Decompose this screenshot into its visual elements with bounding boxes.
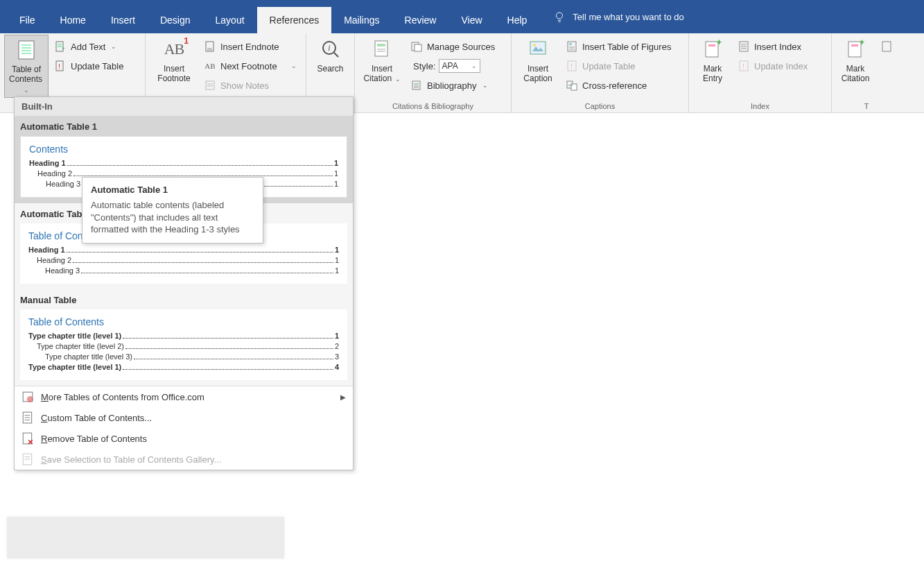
bibliography-label: Bibliography [427,80,477,91]
svg-text:!: ! [58,62,60,71]
tab-home[interactable]: Home [48,7,98,33]
update-table-button[interactable]: ! Update Table [50,57,128,75]
bibliography-button[interactable]: Bibliography ⌄ [406,76,499,94]
style-value: APA [442,61,458,71]
svg-rect-26 [415,44,421,51]
insert-table-of-figures-button[interactable]: Insert Table of Figures [561,37,675,55]
show-notes-button[interactable]: Show Notes [200,76,301,94]
insert-citation-label-2: Citation [363,74,392,83]
gallery-item-manual-table[interactable]: Manual Table Table of Contents Type chap… [15,289,353,386]
mark-entry-button[interactable]: + MarkEntry [693,35,732,87]
svg-rect-32 [530,42,546,54]
mark-citation-label-2: Citation [842,74,870,83]
preview-manual: Table of Contents Type chapter title (le… [20,309,347,380]
mark-citation-label-1: Mark [846,64,865,74]
insert-endnote-button[interactable]: Insert Endnote [200,37,301,55]
svg-rect-21 [375,41,387,56]
remove-table-of-contents[interactable]: Remove Table of Contents [15,428,353,449]
next-footnote-label: Next Footnote [220,61,277,71]
mark-citation-button[interactable]: + MarkCitation [836,35,875,87]
group-label-index: Index [693,101,827,112]
next-footnote-icon: AB [204,60,216,72]
tab-insert[interactable]: Insert [98,7,148,33]
insert-tof-label: Insert Table of Figures [582,42,671,52]
svg-text:!: ! [570,63,573,71]
tab-layout[interactable]: Layout [203,7,257,33]
insert-caption-label-1: Insert [528,64,548,74]
svg-rect-52 [851,44,858,46]
save-gallery-icon [21,453,34,465]
search-label: Search [317,64,343,74]
insert-endnote-label: Insert Endnote [220,42,279,52]
table-of-contents-icon [15,38,38,62]
update-index-button[interactable]: ! Update Index [733,57,812,75]
group-label-toa: T [836,101,897,112]
add-text-label: Add Text [71,42,105,52]
update-index-label: Update Index [754,61,808,71]
remove-toc-icon [21,432,34,445]
chevron-down-icon: ⌄ [471,62,477,69]
update-table-figures-icon: ! [566,60,578,72]
chevron-down-icon: ⌄ [482,82,488,89]
office-icon [21,391,34,403]
tab-design[interactable]: Design [148,7,203,33]
show-notes-icon [204,79,216,92]
tell-me-placeholder: Tell me what you want to do [573,12,683,22]
insert-caption-label-2: Caption [523,74,552,83]
endnote-icon [204,40,216,53]
tab-mailings[interactable]: Mailings [331,7,392,33]
tab-review[interactable]: Review [392,7,449,33]
toc-gallery-dropdown: Built-In Automatic Table 1 Contents Head… [14,96,354,470]
mark-citation-icon: + [844,37,867,61]
svg-rect-22 [377,44,385,46]
add-text-button[interactable]: + Add Text ⌄ [50,37,128,55]
manage-sources-button[interactable]: Manage Sources [406,37,499,55]
insert-toa-button-cutoff[interactable] [876,37,897,55]
search-icon: i [319,37,342,61]
insert-caption-button[interactable]: InsertCaption [516,35,560,87]
insert-index-label: Insert Index [754,42,801,52]
search-button[interactable]: i Search [311,35,350,76]
style-label: Style: [413,61,436,71]
tab-file[interactable]: File [7,7,48,33]
save-selection-to-gallery[interactable]: Save Selection to Table of Contents Gall… [15,449,353,470]
cross-reference-button[interactable]: Cross-reference [561,76,675,94]
group-label-citations: Citations & Bibliography [359,101,507,112]
tab-references[interactable]: References [257,7,332,33]
cross-reference-icon [566,79,578,92]
custom-toc-icon [21,411,34,424]
svg-point-56 [27,396,33,402]
update-table-figures-button[interactable]: ! Update Table [561,57,675,75]
more-tables-office-com[interactable]: More Tables of Contents from Office.com … [15,386,353,407]
manage-sources-label: Manage Sources [427,42,495,52]
insert-footnote-button[interactable]: AB 1 InsertFootnote [150,35,198,87]
gallery-item-title: Automatic Table 1 [15,119,353,136]
tooltip-body: Automatic table contents (labeled "Conte… [91,199,254,236]
svg-rect-43 [708,44,715,46]
chevron-down-icon: ⌄ [291,62,297,69]
next-footnote-button[interactable]: AB Next Footnote ⌄ [200,57,301,75]
mark-entry-label-2: Entry [703,74,722,83]
bibliography-icon [410,79,423,92]
tab-view[interactable]: View [448,7,494,33]
tab-help[interactable]: Help [495,7,540,33]
svg-text:!: ! [742,63,744,71]
table-of-contents-button[interactable]: Table ofContents ⌄ [4,35,49,98]
insert-citation-button[interactable]: InsertCitation ⌄ [359,35,405,87]
update-table-icon: ! [54,60,67,72]
add-text-icon: + [54,40,67,53]
citation-style-select[interactable]: APA ⌄ [439,59,480,73]
update-table-figures-label: Update Table [582,61,635,71]
svg-text:+: + [62,45,65,52]
svg-rect-1 [19,41,34,59]
custom-table-of-contents[interactable]: Custom Table of Contents... [15,407,353,428]
gallery-section-header: Built-In [15,97,353,116]
caption-icon [526,37,550,61]
insert-index-button[interactable]: Insert Index [733,37,812,55]
tooltip-title: Automatic Table 1 [91,185,254,195]
insert-index-icon [738,40,750,53]
svg-text:+: + [717,40,722,47]
svg-text:+: + [860,40,864,47]
tell-me-search[interactable]: Tell me what you want to do [553,10,683,23]
footnote-icon: AB 1 [162,37,186,61]
